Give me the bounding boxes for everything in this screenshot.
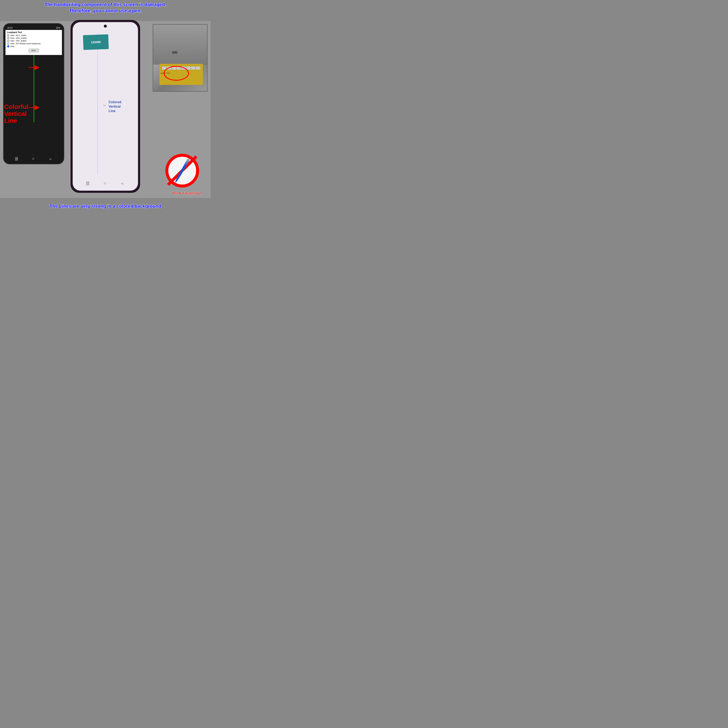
left-phone-screen: 16:53 32% Loopback Test Start : RCV_1stM… (6, 26, 62, 151)
pen-icon (174, 158, 190, 183)
radio-label-4: Start : E/P (Please Insert Earphone) (10, 43, 40, 45)
nav-recents-icon: ||| (15, 156, 18, 162)
red-arrow-2 (26, 103, 39, 112)
pen-not-supported-label: Pen Not Supported (165, 191, 208, 195)
sticky-note: 120480 (83, 34, 109, 50)
warning-line2: Therefore, you cannot use a pen. (69, 8, 142, 13)
center-phone-nav: ||| ○ ＜ (73, 181, 138, 187)
connector-block (172, 51, 177, 54)
nav-home-icon: ○ (32, 156, 35, 162)
sticky-note-text: 120480 (91, 40, 101, 44)
radio-circle-1 (7, 34, 9, 37)
front-camera (104, 24, 107, 28)
radio-label-3: Start : SPK_3rdMic (10, 40, 26, 42)
exit-button[interactable]: EXIT (28, 49, 39, 52)
top-right-photo: AMBRF NEC (153, 24, 208, 92)
radio-circle-stop (7, 45, 9, 47)
red-oval-highlight (164, 66, 189, 81)
radio-item-stop: Stop (7, 45, 60, 47)
pin (196, 66, 200, 70)
radio-circle-3 (7, 40, 9, 42)
center-nav-home: ○ (104, 181, 106, 187)
center-phone-screen: 120480 ColoredVerticalLine ← ||| ○ ＜ (73, 22, 138, 191)
photo-bg-top (153, 24, 207, 65)
colorful-vertical-line-label: ColorfulVerticalLine (4, 103, 28, 124)
colored-label-arrow: ← (103, 103, 107, 108)
no-pen-area: Pen Not Supported (165, 154, 208, 196)
nav-back-icon: ＜ (49, 156, 52, 162)
radio-item-4: Start : E/P (Please Insert Earphone) (7, 43, 60, 45)
radio-label-2: Start : SPK_2ndMic (10, 37, 27, 39)
radio-item-1: Start : RCV_1stMic (7, 34, 60, 37)
red-arrow-1 (26, 63, 39, 72)
left-phone-nav: ||| ○ ＜ (4, 156, 64, 162)
colored-vertical-line-label: ColoredVerticalLine (109, 100, 121, 113)
radio-circle-4 (7, 43, 9, 45)
bottom-warning-text: The Lines are very strong in a colored b… (0, 203, 211, 209)
left-phone: 16:53 32% Loopback Test Start : RCV_1stM… (3, 23, 64, 164)
center-nav-back: ＜ (120, 181, 124, 187)
warning-line1: The handwriting component of this screen… (45, 2, 166, 7)
status-bar: 16:53 32% (6, 26, 62, 30)
radio-circle-2 (7, 37, 9, 39)
top-warning-text: The handwriting component of this screen… (0, 2, 211, 14)
radio-label-stop: Stop (10, 45, 14, 47)
app-title: Loopback Test (7, 31, 60, 34)
center-nav-recents: ||| (86, 181, 90, 187)
radio-item-3: Start : SPK_3rdMic (7, 40, 60, 42)
photo-content: AMBRF NEC (153, 24, 207, 91)
loopback-test-app: Loopback Test Start : RCV_1stMic Start :… (6, 30, 62, 55)
no-sign-circle (165, 154, 199, 188)
time-display: 16:53 (7, 27, 12, 29)
radio-label-1: Start : RCV_1stMic (10, 34, 26, 37)
pin (191, 66, 196, 70)
battery-display: 32% (56, 27, 60, 29)
radio-item-2: Start : SPK_2ndMic (7, 37, 60, 39)
center-phone: 120480 ColoredVerticalLine ← ||| ○ ＜ (70, 20, 140, 193)
